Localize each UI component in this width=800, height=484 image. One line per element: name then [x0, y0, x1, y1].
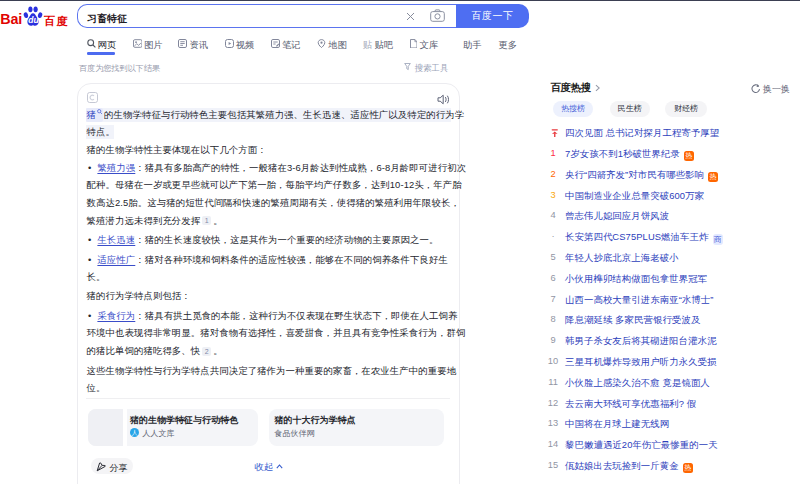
svg-text:du: du: [28, 15, 39, 25]
